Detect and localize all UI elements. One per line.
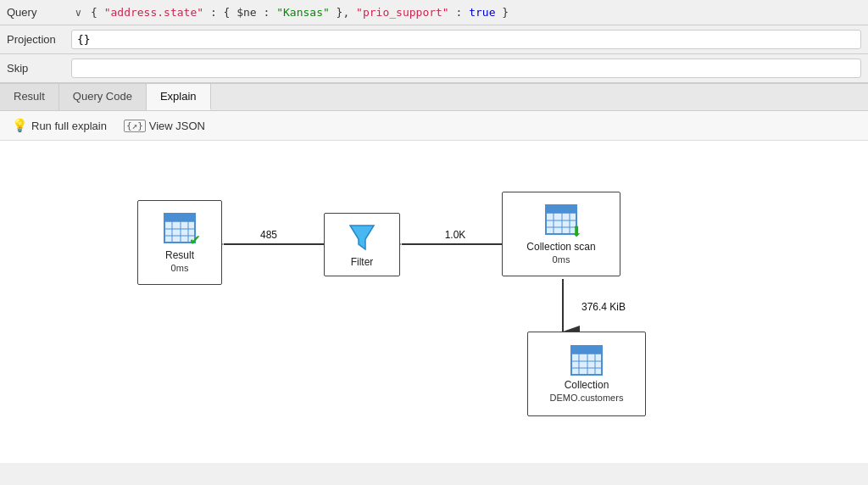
collection-table-icon bbox=[570, 345, 603, 376]
result-node: ✔ Result 0ms bbox=[137, 200, 222, 285]
query-row: Query ∨ { "address.state" : { $ne : "Kan… bbox=[0, 0, 868, 25]
projection-input[interactable] bbox=[71, 30, 861, 49]
result-label: Result bbox=[165, 249, 194, 261]
svg-rect-29 bbox=[571, 346, 602, 354]
query-label: Query bbox=[7, 6, 66, 19]
collection-node: Collection DEMO.customers bbox=[527, 332, 646, 416]
skip-input[interactable] bbox=[71, 59, 861, 78]
run-full-explain-label: Run full explain bbox=[31, 120, 107, 132]
collection-scan-icon: ⬇ bbox=[545, 204, 577, 237]
result-node-icon: ✔ bbox=[164, 213, 196, 246]
filter-node: Filter bbox=[324, 213, 400, 276]
action-bar: 💡 Run full explain {↗} View JSON bbox=[0, 111, 868, 141]
tab-query-code[interactable]: Query Code bbox=[59, 84, 147, 110]
run-full-explain-button[interactable]: 💡 Run full explain bbox=[8, 116, 110, 135]
collection-scan-label: Collection scan bbox=[526, 241, 595, 253]
filter-label: Filter bbox=[351, 256, 374, 268]
collection-scan-sublabel: 0ms bbox=[553, 254, 570, 265]
diagram-area: 485 1.0K 376.4 KiB bbox=[0, 141, 868, 463]
view-json-button[interactable]: {↗} View JSON bbox=[120, 118, 209, 134]
projection-row: Projection bbox=[0, 25, 868, 54]
tab-explain[interactable]: Explain bbox=[147, 84, 211, 110]
collection-label: Collection bbox=[565, 379, 609, 391]
collection-sublabel: DEMO.customers bbox=[550, 393, 624, 403]
query-dropdown-button[interactable]: ∨ bbox=[71, 5, 86, 20]
json-icon: {↗} bbox=[124, 120, 146, 132]
funnel-icon bbox=[347, 222, 377, 253]
skip-label: Skip bbox=[7, 62, 66, 75]
diagram-container: 485 1.0K 376.4 KiB bbox=[120, 166, 748, 438]
tabs-bar: Result Query Code Explain bbox=[0, 83, 868, 111]
edge-label-scan-collection: 376.4 KiB bbox=[581, 301, 626, 313]
checkmark-icon: ✔ bbox=[189, 231, 201, 249]
edge-label-filter-result: 485 bbox=[260, 229, 277, 241]
lightbulb-icon: 💡 bbox=[12, 118, 28, 133]
projection-label: Projection bbox=[7, 33, 66, 46]
query-value-display: { "address.state" : { $ne : "Kansas" }, … bbox=[91, 4, 509, 20]
collection-scan-node: ⬇ Collection scan 0ms bbox=[502, 192, 620, 276]
edge-label-scan-filter: 1.0K bbox=[445, 229, 466, 241]
skip-row: Skip bbox=[0, 54, 868, 83]
result-sublabel: 0ms bbox=[171, 263, 189, 273]
tab-result[interactable]: Result bbox=[0, 84, 59, 110]
svg-rect-21 bbox=[546, 205, 576, 213]
svg-marker-13 bbox=[350, 226, 374, 249]
svg-rect-12 bbox=[164, 214, 195, 221]
view-json-label: View JSON bbox=[149, 120, 205, 132]
down-arrow-icon: ⬇ bbox=[570, 223, 582, 241]
